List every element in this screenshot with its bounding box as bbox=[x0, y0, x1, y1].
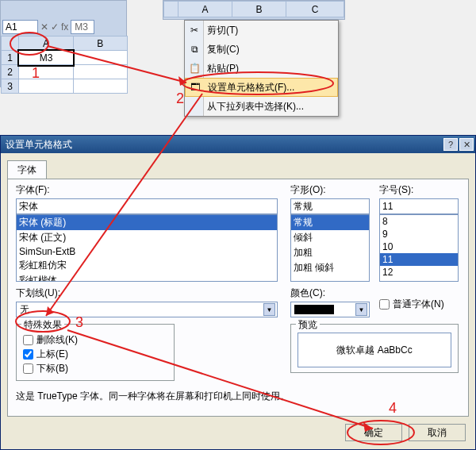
svg-text:2: 2 bbox=[176, 90, 184, 106]
dropdown-icon bbox=[188, 100, 201, 113]
list-item: 11 bbox=[380, 253, 458, 266]
check-icon[interactable]: ✓ bbox=[51, 21, 59, 33]
color-label: 颜色(C): bbox=[290, 287, 370, 300]
list-item: 加粗 倾斜 bbox=[291, 260, 369, 275]
list-item: 9 bbox=[380, 228, 458, 240]
list-item: 宋体 (标题) bbox=[17, 215, 277, 230]
list-item: 彩虹粗仿宋 bbox=[17, 258, 277, 273]
row-header: 2 bbox=[2, 65, 19, 79]
preview-box: 微软卓越 AaBbCc bbox=[298, 333, 451, 367]
ctx-copy[interactable]: ⧉复制(C) bbox=[185, 40, 338, 59]
formula-value[interactable]: M3 bbox=[71, 20, 94, 34]
close-button[interactable]: ✕ bbox=[459, 138, 474, 151]
style-list[interactable]: 常规 倾斜 加粗 加粗 倾斜 bbox=[290, 214, 370, 282]
row-header: 1 bbox=[2, 51, 19, 65]
cell-a1: M3 bbox=[19, 51, 73, 65]
hint-text: 这是 TrueType 字体。同一种字体将在屏幕和打印机上同时使用。 bbox=[16, 390, 290, 403]
size-label: 字号(S): bbox=[379, 183, 459, 197]
underline-select[interactable]: 无▼ bbox=[16, 302, 278, 317]
format-cells-dialog: 设置单元格格式 ? ✕ 字体 字体(F): 宋体 (标题) 宋体 (正文) Si… bbox=[0, 135, 476, 450]
list-item: 常规 bbox=[291, 215, 369, 230]
size-list[interactable]: 8 9 10 11 12 14 bbox=[379, 214, 459, 282]
col-header: B bbox=[73, 37, 127, 51]
formula-bar: ✕ ✓ fx M3 bbox=[40, 20, 94, 34]
effects-legend: 特殊效果 bbox=[21, 318, 64, 332]
font-panel: 字体(F): 宋体 (标题) 宋体 (正文) SimSun-ExtB 彩虹粗仿宋… bbox=[7, 179, 469, 417]
font-label: 字体(F): bbox=[16, 183, 278, 197]
list-item: 宋体 (正文) bbox=[17, 230, 277, 245]
help-button[interactable]: ? bbox=[443, 138, 458, 151]
worksheet-snippet-b: ABC bbox=[163, 0, 345, 20]
list-item: 加粗 bbox=[291, 245, 369, 260]
row-header: 3 bbox=[2, 79, 19, 94]
fx-icon[interactable]: fx bbox=[61, 21, 68, 33]
scissors-icon: ✂ bbox=[188, 24, 201, 37]
chevron-down-icon: ▼ bbox=[263, 303, 275, 316]
style-label: 字形(O): bbox=[290, 183, 370, 197]
list-item: 倾斜 bbox=[291, 230, 369, 245]
list-item: 12 bbox=[380, 266, 458, 279]
effects-group: 特殊效果 删除线(K) 上标(E) 下标(B) bbox=[16, 324, 175, 381]
preview-legend: 预览 bbox=[296, 318, 320, 332]
chevron-down-icon: ▼ bbox=[355, 303, 367, 316]
titlebar: 设置单元格格式 ? ✕ bbox=[1, 136, 475, 153]
normal-font-checkbox[interactable]: 普通字体(N) bbox=[379, 297, 444, 311]
ctx-format-cells[interactable]: 🗔设置单元格格式(F)... bbox=[185, 78, 338, 97]
col-header: A bbox=[19, 37, 73, 51]
cancel-icon[interactable]: ✕ bbox=[40, 21, 48, 33]
ctx-pick-from-list[interactable]: 从下拉列表中选择(K)... bbox=[185, 97, 338, 116]
superscript-checkbox[interactable]: 上标(E) bbox=[23, 347, 167, 361]
tab-font[interactable]: 字体 bbox=[7, 160, 47, 179]
list-item: 10 bbox=[380, 240, 458, 253]
worksheet-snippet-a: A1 ✕ ✓ fx M3 AB 1M3 2 3 bbox=[0, 0, 127, 87]
copy-icon: ⧉ bbox=[188, 43, 201, 56]
tabstrip: 字体 bbox=[7, 160, 469, 179]
name-box[interactable]: A1 bbox=[2, 20, 38, 34]
ctx-paste[interactable]: 📋粘贴(P) bbox=[185, 59, 338, 78]
list-item: 8 bbox=[380, 215, 458, 228]
paste-icon: 📋 bbox=[188, 62, 201, 75]
grid-a[interactable]: AB 1M3 2 3 bbox=[1, 36, 128, 94]
context-menu: ✂剪切(T) ⧉复制(C) 📋粘贴(P) 🗔设置单元格格式(F)... 从下拉列… bbox=[184, 20, 339, 117]
size-input[interactable] bbox=[379, 198, 459, 214]
list-item: SimSun-ExtB bbox=[17, 245, 277, 258]
list-item: 14 bbox=[380, 279, 458, 282]
color-select[interactable]: ▼ bbox=[290, 302, 370, 317]
underline-label: 下划线(U): bbox=[16, 287, 278, 300]
format-icon: 🗔 bbox=[189, 81, 202, 94]
dialog-title: 设置单元格格式 bbox=[6, 138, 72, 152]
font-input[interactable] bbox=[16, 198, 278, 214]
list-item: 彩虹楷体 bbox=[17, 273, 277, 282]
preview-group: 预览 微软卓越 AaBbCc bbox=[290, 324, 459, 373]
strikethrough-checkbox[interactable]: 删除线(K) bbox=[23, 333, 167, 347]
subscript-checkbox[interactable]: 下标(B) bbox=[23, 361, 167, 375]
ok-button[interactable]: 确定 bbox=[345, 424, 402, 441]
ctx-cut[interactable]: ✂剪切(T) bbox=[185, 21, 338, 40]
cancel-button[interactable]: 取消 bbox=[409, 424, 466, 441]
font-list[interactable]: 宋体 (标题) 宋体 (正文) SimSun-ExtB 彩虹粗仿宋 彩虹楷体 bbox=[16, 214, 278, 282]
style-input[interactable] bbox=[290, 198, 370, 214]
